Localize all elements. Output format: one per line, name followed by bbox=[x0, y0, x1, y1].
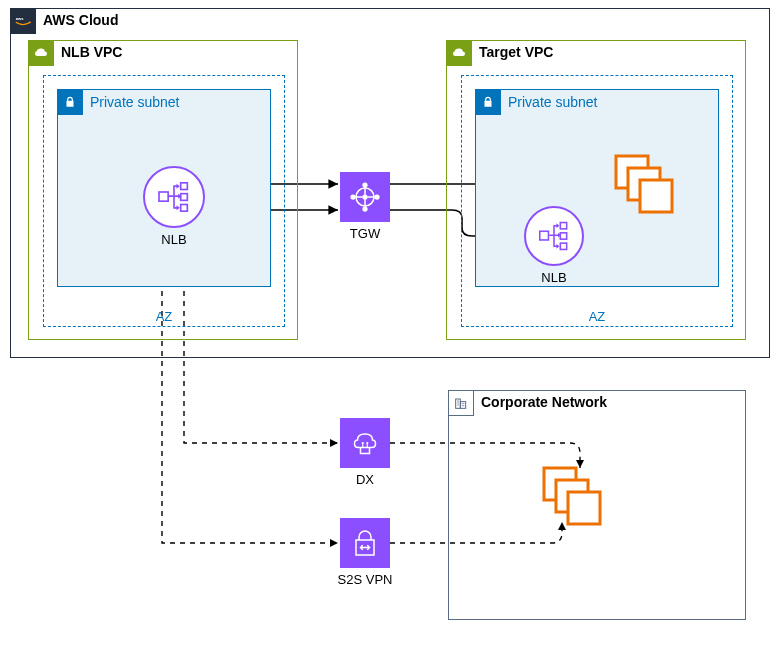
lock-icon bbox=[57, 89, 83, 115]
svg-point-14 bbox=[362, 182, 367, 187]
nlb-right-icon bbox=[524, 206, 584, 266]
target-vpc-subnet-label: Private subnet bbox=[508, 94, 598, 110]
svg-point-16 bbox=[350, 194, 355, 199]
building-icon bbox=[448, 390, 474, 416]
svg-rect-22 bbox=[460, 402, 465, 409]
nlb-vpc-subnet-label: Private subnet bbox=[90, 94, 180, 110]
svg-rect-8 bbox=[540, 231, 549, 240]
aws-cloud-title: AWS Cloud bbox=[43, 12, 118, 28]
target-vpc-title: Target VPC bbox=[479, 44, 553, 60]
target-vpc-az-label: AZ bbox=[589, 309, 606, 324]
nlb-vpc-title: NLB VPC bbox=[61, 44, 122, 60]
lock-icon bbox=[475, 89, 501, 115]
svg-rect-4 bbox=[181, 205, 188, 212]
corporate-network-title: Corporate Network bbox=[481, 394, 607, 410]
svg-point-17 bbox=[374, 194, 379, 199]
svg-rect-7 bbox=[640, 180, 672, 212]
vpc-icon bbox=[28, 40, 54, 66]
corp-targets-icon bbox=[540, 464, 602, 529]
nlb-vpc-az-label: AZ bbox=[156, 309, 173, 324]
nlb-right-label: NLB bbox=[541, 270, 566, 285]
svg-point-13 bbox=[362, 194, 367, 199]
svg-rect-3 bbox=[181, 194, 188, 201]
svg-rect-2 bbox=[181, 183, 188, 190]
svg-text:aws: aws bbox=[16, 16, 24, 21]
svg-rect-9 bbox=[560, 223, 566, 229]
svg-point-15 bbox=[362, 206, 367, 211]
tgw-label: TGW bbox=[350, 226, 380, 241]
nlb-left-label: NLB bbox=[161, 232, 186, 247]
svg-rect-25 bbox=[568, 492, 600, 524]
vpn-label: S2S VPN bbox=[338, 572, 393, 587]
svg-rect-1 bbox=[159, 192, 168, 201]
svg-rect-10 bbox=[560, 233, 566, 239]
aws-logo-icon: aws bbox=[10, 8, 36, 34]
tgw-icon bbox=[340, 172, 390, 222]
ec2-targets-icon bbox=[612, 152, 674, 217]
target-vpc-subnet: Private subnet bbox=[475, 89, 719, 287]
dx-label: DX bbox=[356, 472, 374, 487]
vpn-icon bbox=[340, 518, 390, 568]
vpc-icon bbox=[446, 40, 472, 66]
dx-icon bbox=[340, 418, 390, 468]
target-vpc-container: Target VPC AZ Private subnet bbox=[446, 40, 746, 340]
nlb-left-icon bbox=[143, 166, 205, 228]
svg-rect-11 bbox=[560, 243, 566, 249]
svg-rect-21 bbox=[456, 399, 461, 408]
